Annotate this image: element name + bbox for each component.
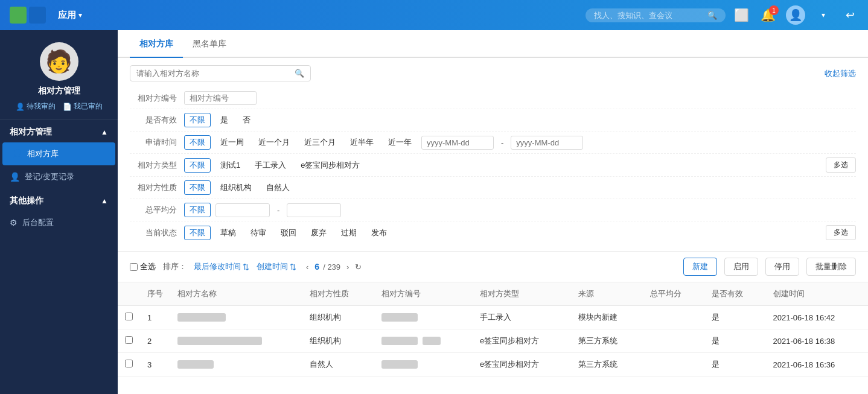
select-all-label[interactable]: 全选 (130, 261, 156, 272)
table-row: 1 组织机构 手工录入 模块内新建 是 2021-06-18 16:42 (118, 306, 868, 329)
status-multi-select-btn[interactable]: 多选 (826, 225, 856, 240)
th-created: 创建时间 (766, 282, 868, 306)
app-name[interactable]: 应用 ▾ (58, 10, 82, 21)
valid-option-no[interactable]: 否 (238, 113, 255, 127)
new-btn[interactable]: 新建 (683, 258, 717, 276)
sidebar-item-counterparty-library[interactable]: 👤 相对方库 (2, 142, 115, 165)
chevron-down-icon[interactable]: ▾ (815, 7, 832, 24)
tab-blacklist-library[interactable]: 黑名单库 (183, 30, 236, 58)
type-option-unlimited[interactable]: 不限 (184, 158, 211, 173)
sort-arrows2-icon: ⇅ (290, 262, 296, 272)
th-name: 相对方名称 (170, 282, 302, 306)
content-area: 相对方库 黑名单库 🔍 收起筛选 相对方编号 (118, 30, 868, 394)
sidebar-section-counterparty[interactable]: 相对方管理 ▲ (0, 119, 118, 142)
counterparty-icon: 👤 (12, 149, 22, 159)
status-option-published[interactable]: 发布 (366, 226, 392, 240)
time-option-month[interactable]: 近一个月 (254, 136, 295, 149)
counterparty-search-wrap[interactable]: 🔍 (130, 65, 311, 81)
row1-code (374, 306, 473, 329)
valid-option-yes[interactable]: 是 (215, 113, 233, 127)
row2-checkbox[interactable] (125, 336, 133, 344)
enable-btn[interactable]: 启用 (724, 258, 758, 276)
logout-icon[interactable]: ↩ (841, 7, 858, 24)
filter-label-score: 总平均分 (130, 205, 184, 215)
collapse-filter-btn[interactable]: 收起筛选 (825, 68, 856, 79)
row3-checkbox[interactable] (125, 360, 133, 367)
nature-option-unlimited[interactable]: 不限 (184, 180, 211, 195)
filter-label-type: 相对方类型 (130, 160, 184, 171)
status-option-unlimited[interactable]: 不限 (184, 226, 211, 240)
pending-review-link[interactable]: 👤 待我审的 (16, 101, 56, 112)
prev-page-btn[interactable]: ‹ (304, 261, 311, 273)
code-input[interactable] (184, 91, 257, 105)
sidebar-item-backend-config[interactable]: ⚙ 后台配置 (0, 211, 118, 234)
table-header-row: 序号 相对方名称 相对方性质 相对方编号 相对方类型 来源 总平均分 是否有效 … (118, 282, 868, 306)
score-option-unlimited[interactable]: 不限 (184, 203, 211, 217)
refresh-btn[interactable]: ↻ (355, 262, 362, 272)
gear-icon: ⚙ (10, 218, 18, 227)
sidebar-profile: 🧑 相对方管理 👤 待我审的 📄 我已审的 (0, 30, 118, 119)
th-seq: 序号 (140, 282, 170, 306)
counterparty-search-input[interactable] (136, 69, 291, 78)
profile-name: 相对方管理 (38, 86, 80, 97)
row1-source: 模块内新建 (571, 306, 643, 329)
row1-checkbox[interactable] (125, 313, 133, 320)
table-row: 2 组织机构 e签宝同步相对方 第三方系统 是 2021-06-18 16:38 (118, 329, 868, 353)
status-option-pending[interactable]: 待审 (246, 226, 271, 240)
time-option-week[interactable]: 近一周 (215, 136, 249, 149)
sort-by-modified[interactable]: 最后修改时间 ⇅ (194, 261, 249, 272)
search-input[interactable] (594, 11, 703, 20)
search-bar[interactable]: 🔍 (586, 8, 726, 22)
sort-arrows-icon: ⇅ (243, 262, 249, 272)
current-page: 6 (314, 262, 319, 272)
row3-type: e签宝同步相对方 (473, 353, 571, 377)
row1-created: 2021-06-18 16:42 (766, 306, 868, 329)
date-end-input[interactable] (511, 136, 583, 150)
filter-label-apply-time: 申请时间 (130, 137, 184, 148)
screen-icon[interactable]: ⬜ (733, 7, 750, 24)
tab-counterparty-library[interactable]: 相对方库 (130, 30, 183, 58)
next-page-btn[interactable]: › (344, 261, 351, 273)
time-option-year[interactable]: 近一年 (383, 136, 416, 149)
notification-icon[interactable]: 🔔 1 (759, 7, 776, 24)
row2-checkbox-cell[interactable] (118, 329, 140, 353)
type-option-test1[interactable]: 测试1 (215, 159, 245, 172)
total-pages: / 239 (323, 262, 340, 272)
sort-by-created[interactable]: 创建时间 ⇅ (257, 261, 296, 272)
row1-avg (643, 306, 704, 329)
row1-checkbox-cell[interactable] (118, 306, 140, 329)
chevron-up-icon: ▲ (101, 128, 108, 136)
row3-source: 第三方系统 (571, 353, 643, 377)
score-min-input[interactable] (215, 203, 270, 217)
type-option-esign[interactable]: e签宝同步相对方 (296, 159, 365, 172)
sidebar-section-other[interactable]: 其他操作 ▲ (0, 188, 118, 211)
score-max-input[interactable] (287, 203, 341, 217)
pagination: ‹ 6 / 239 › ↻ (304, 261, 362, 273)
time-option-unlimited[interactable]: 不限 (184, 135, 211, 150)
disable-btn[interactable]: 停用 (765, 258, 799, 276)
data-table: 序号 相对方名称 相对方性质 相对方编号 相对方类型 来源 总平均分 是否有效 … (118, 282, 868, 377)
type-multi-select-btn[interactable]: 多选 (826, 157, 856, 173)
avatar[interactable]: 👤 (786, 5, 805, 25)
topbar-icons: ⬜ 🔔 1 👤 ▾ ↩ (733, 5, 858, 25)
sidebar-item-registration-records[interactable]: 👤 登记/变更记录 (0, 165, 118, 188)
type-option-manual[interactable]: 手工录入 (250, 159, 291, 172)
batch-delete-btn[interactable]: 批量删除 (806, 258, 856, 276)
row2-nature: 组织机构 (302, 329, 374, 353)
date-separator: - (501, 138, 503, 147)
row3-checkbox-cell[interactable] (118, 353, 140, 377)
nature-option-org[interactable]: 组织机构 (215, 181, 257, 194)
time-option-3month[interactable]: 近三个月 (299, 136, 340, 149)
nature-option-person[interactable]: 自然人 (261, 181, 295, 194)
status-option-abandoned[interactable]: 废弃 (306, 226, 331, 240)
valid-option-unlimited[interactable]: 不限 (184, 113, 211, 127)
my-reviewed-link[interactable]: 📄 我已审的 (63, 101, 103, 112)
status-option-expired[interactable]: 过期 (336, 226, 362, 240)
row2-name (170, 329, 302, 353)
profile-actions: 👤 待我审的 📄 我已审的 (16, 101, 103, 112)
select-all-checkbox[interactable] (130, 263, 138, 271)
date-start-input[interactable] (421, 136, 494, 150)
status-option-draft[interactable]: 草稿 (215, 226, 241, 240)
status-option-rejected[interactable]: 驳回 (276, 226, 301, 240)
time-option-halfyear[interactable]: 近半年 (345, 136, 378, 149)
